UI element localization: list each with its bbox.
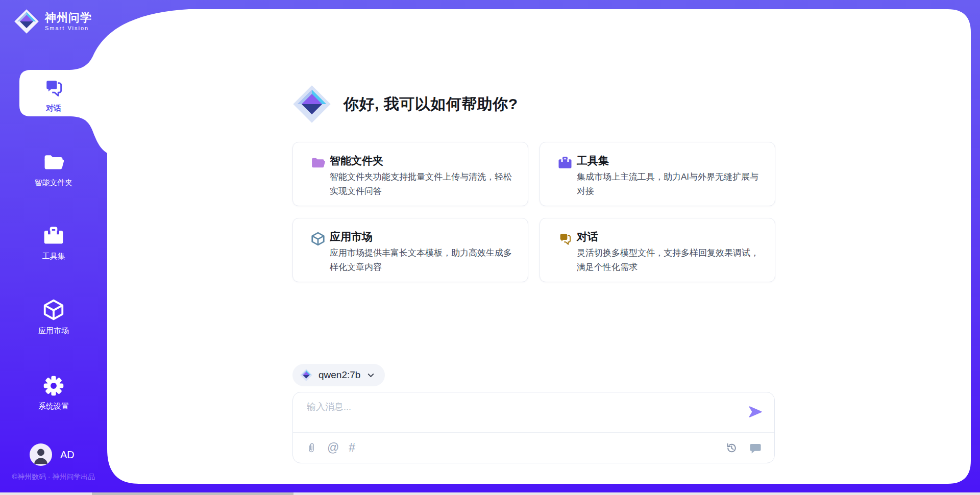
card-title: 工具集 — [577, 154, 609, 168]
feature-card-app-market[interactable]: 应用市场 应用市场提供丰富长文本模板，助力高效生成多样化文章内容 — [292, 218, 528, 282]
user-profile[interactable]: AD — [30, 443, 75, 466]
horizontal-scrollbar[interactable] — [0, 492, 980, 495]
conversation-icon[interactable] — [749, 442, 762, 454]
sidebar-item-chat[interactable]: 对话 — [0, 77, 107, 113]
copyright-footer: ©神州数码 · 神州问学出品 — [0, 473, 107, 482]
hashtag-icon[interactable]: # — [349, 442, 355, 454]
model-selector[interactable]: qwen2:7b — [292, 364, 385, 386]
user-initials: AD — [60, 449, 75, 461]
toolbox-icon — [42, 225, 65, 247]
greeting-text: 你好, 我可以如何帮助你? — [344, 94, 518, 115]
brand-subtitle: Smart Vision — [45, 25, 92, 31]
greeting-section: 你好, 我可以如何帮助你? — [291, 83, 518, 125]
chevron-down-icon — [366, 370, 376, 380]
chat-bubbles-icon — [42, 77, 65, 99]
brand-name: 神州问学 — [45, 12, 92, 24]
scrollbar-thumb[interactable] — [92, 492, 293, 495]
message-input[interactable] — [307, 401, 736, 430]
card-description: 灵活切换多模型文件，支持多样回复效果调试，满足个性化需求 — [577, 246, 764, 275]
model-name: qwen2:7b — [318, 369, 360, 381]
feature-card-chat[interactable]: 对话 灵活切换多模型文件，支持多样回复效果调试，满足个性化需求 — [540, 218, 775, 282]
card-description: 集成市场上主流工具，助力AI与外界无缝扩展与对接 — [577, 170, 764, 199]
brand: 神州问学 Smart Vision — [13, 8, 92, 35]
sidebar-item-label: 工具集 — [0, 252, 107, 261]
card-title: 对话 — [577, 230, 598, 244]
card-description: 智能文件夹功能支持批量文件上传与清洗，轻松实现文件问答 — [330, 170, 517, 199]
folder-icon — [310, 155, 326, 170]
card-description: 应用市场提供丰富长文本模板，助力高效生成多样化文章内容 — [330, 246, 517, 275]
feature-card-smart-folder[interactable]: 智能文件夹 智能文件夹功能支持批量文件上传与清洗，轻松实现文件问答 — [292, 142, 528, 206]
person-icon — [30, 443, 52, 466]
assistant-diamond-logo-icon — [291, 83, 332, 125]
history-icon[interactable] — [725, 442, 738, 454]
composer-toolbar: @ # — [293, 432, 774, 463]
sidebar-item-toolset[interactable]: 工具集 — [0, 225, 107, 261]
model-diamond-logo-icon — [300, 368, 313, 382]
sidebar-item-label: 智能文件夹 — [0, 178, 107, 188]
card-title: 应用市场 — [330, 230, 373, 244]
attachment-icon[interactable] — [305, 442, 317, 454]
cube-icon — [42, 298, 65, 321]
folder-icon — [42, 151, 65, 174]
sidebar-item-label: 对话 — [0, 104, 107, 113]
toolbox-icon — [557, 155, 573, 170]
sidebar-item-label: 应用市场 — [0, 326, 107, 336]
card-title: 智能文件夹 — [330, 154, 383, 168]
sidebar-item-settings[interactable]: 系统设置 — [0, 375, 107, 411]
message-composer: @ # — [292, 392, 775, 463]
feature-card-toolset[interactable]: 工具集 集成市场上主流工具，助力AI与外界无缝扩展与对接 — [540, 142, 775, 206]
send-icon[interactable] — [748, 405, 763, 419]
sidebar-item-label: 系统设置 — [0, 402, 107, 411]
cube-icon — [310, 231, 326, 246]
avatar — [30, 443, 52, 466]
mention-icon[interactable]: @ — [327, 442, 339, 454]
sidebar-item-app-market[interactable]: 应用市场 — [0, 298, 107, 336]
gear-icon — [42, 375, 65, 397]
sidebar-item-smart-folder[interactable]: 智能文件夹 — [0, 151, 107, 188]
chat-bubbles-icon — [557, 231, 573, 246]
brand-diamond-logo-icon — [13, 8, 40, 35]
